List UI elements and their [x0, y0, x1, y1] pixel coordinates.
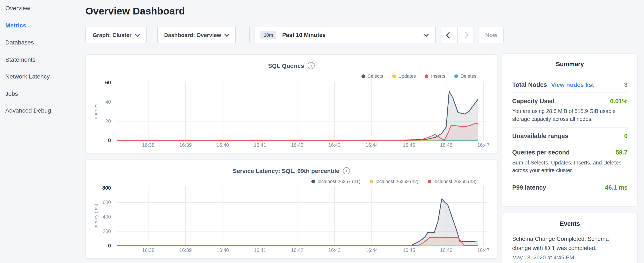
- svg-text:16:38: 16:38: [142, 247, 154, 253]
- svg-text:16:45: 16:45: [403, 247, 415, 253]
- summary-row-value: 46.1 ms: [605, 184, 628, 191]
- svg-text:16:44: 16:44: [366, 142, 378, 148]
- chevron-left-icon: [446, 32, 452, 38]
- svg-text:16:40: 16:40: [217, 247, 229, 253]
- svg-text:16:47: 16:47: [477, 142, 490, 148]
- sidebar-item-jobs[interactable]: Jobs: [0, 85, 80, 102]
- svg-text:16:46: 16:46: [440, 247, 452, 253]
- svg-text:16:42: 16:42: [291, 247, 304, 253]
- time-range-badge: 10m: [260, 31, 276, 39]
- svg-text:16:40: 16:40: [217, 142, 229, 148]
- time-shift-buttons: [441, 27, 474, 43]
- controls-divider: [250, 27, 250, 43]
- service-latency-plot: 020040060080016:3816:3916:4016:4116:4216…: [86, 160, 498, 259]
- time-prev-button[interactable]: [441, 27, 458, 43]
- svg-text:800: 800: [102, 185, 111, 191]
- dashboard-dropdown-label: Dashboard: Overview: [164, 32, 221, 38]
- chevron-down-icon: [224, 32, 230, 37]
- svg-text:16:45: 16:45: [403, 142, 415, 148]
- chevron-down-icon: [135, 32, 140, 37]
- summary-row-value: 0.01%: [610, 97, 628, 105]
- sql-queries-plot: 020406016:3816:3916:4016:4116:4216:4316:…: [86, 55, 498, 154]
- summary-row-value: 59.7: [616, 149, 628, 156]
- summary-row-subtext: You are using 28.6 MiB of 515.9 GiB usab…: [512, 107, 628, 123]
- summary-row-queries-per-second: Queries per second 59.7 Sum of Selects, …: [512, 144, 628, 179]
- time-next-button[interactable]: [457, 27, 474, 43]
- svg-text:16:39: 16:39: [180, 142, 192, 148]
- svg-text:16:41: 16:41: [254, 247, 266, 253]
- time-range-dropdown[interactable]: 10m Past 10 Minutes: [255, 27, 436, 43]
- view-nodes-list-link[interactable]: View nodes list: [551, 81, 594, 88]
- svg-text:16:44: 16:44: [366, 247, 378, 253]
- summary-row-label: Capacity Used: [512, 97, 555, 105]
- sidebar-item-network-latency[interactable]: Network Latency: [0, 68, 80, 85]
- svg-text:16:41: 16:41: [254, 142, 266, 148]
- svg-text:0: 0: [108, 137, 111, 143]
- summary-title: Summary: [512, 60, 628, 68]
- svg-text:0: 0: [108, 243, 111, 248]
- summary-row-label: Queries per second: [512, 149, 570, 156]
- sidebar-item-metrics[interactable]: Metrics: [0, 17, 80, 34]
- svg-text:16:47: 16:47: [477, 247, 490, 253]
- summary-row-subtext: Sum of Selects, Updates, Inserts, and De…: [512, 159, 628, 174]
- svg-text:40: 40: [106, 99, 111, 105]
- summary-row-capacity-used: Capacity Used 0.01% You are using 28.6 M…: [512, 93, 628, 128]
- events-panel: Events Schema Change Completed: Schema c…: [502, 213, 638, 263]
- svg-text:16:39: 16:39: [180, 247, 192, 253]
- svg-text:16:38: 16:38: [142, 142, 154, 148]
- now-button[interactable]: Now: [479, 27, 504, 43]
- summary-row-label: P99 latency: [512, 184, 546, 191]
- graph-scope-dropdown[interactable]: Graph: Cluster: [86, 27, 147, 43]
- summary-panel: Summary Total Nodes View nodes list 3 Ca…: [502, 53, 638, 206]
- sql-queries-chart-card: SQL Queries i SelectsUpdatesInsertsDelet…: [86, 54, 498, 153]
- dashboard-dropdown[interactable]: Dashboard: Overview: [157, 27, 236, 43]
- events-title: Events: [512, 220, 628, 227]
- admin-ui-root: Overview Metrics Databases Statements Ne…: [0, 0, 644, 263]
- svg-text:16:43: 16:43: [328, 247, 340, 253]
- svg-text:600: 600: [103, 200, 111, 205]
- page-title: Overview Dashboard: [86, 5, 185, 17]
- summary-row-label: Total Nodes: [512, 81, 547, 88]
- summary-row-value: 3: [624, 81, 628, 88]
- chevron-right-icon: [462, 32, 469, 38]
- sidebar: Overview Metrics Databases Statements Ne…: [0, 0, 80, 263]
- sidebar-item-advanced-debug[interactable]: Advanced Debug: [0, 102, 80, 119]
- chevron-down-icon: [424, 32, 429, 37]
- svg-text:16:43: 16:43: [328, 142, 340, 148]
- service-latency-chart-card: Service Latency: SQL, 99th percentile i …: [86, 160, 498, 259]
- svg-text:20: 20: [106, 119, 111, 124]
- time-range-label: Past 10 Minutes: [282, 32, 326, 38]
- summary-row-total-nodes: Total Nodes View nodes list 3: [512, 76, 628, 93]
- svg-text:16:46: 16:46: [440, 142, 452, 148]
- summary-row-value: 0: [624, 132, 628, 139]
- summary-row-label: Unavailable ranges: [512, 132, 568, 139]
- summary-row-p99-latency: P99 latency 46.1 ms: [512, 179, 628, 195]
- summary-row-unavailable-ranges: Unavailable ranges 0: [512, 128, 628, 144]
- svg-text:400: 400: [103, 214, 111, 220]
- svg-text:200: 200: [103, 228, 111, 234]
- event-timestamp: May 13, 2020 at 4:45 PM: [512, 254, 628, 261]
- sidebar-item-statements[interactable]: Statements: [0, 51, 80, 68]
- sidebar-item-databases[interactable]: Databases: [0, 34, 80, 51]
- graph-scope-dropdown-label: Graph: Cluster: [93, 32, 132, 38]
- sidebar-item-overview[interactable]: Overview: [0, 0, 80, 17]
- event-item[interactable]: Schema Change Completed: Schema change w…: [512, 234, 628, 252]
- svg-text:60: 60: [105, 80, 111, 85]
- svg-text:16:42: 16:42: [291, 142, 304, 148]
